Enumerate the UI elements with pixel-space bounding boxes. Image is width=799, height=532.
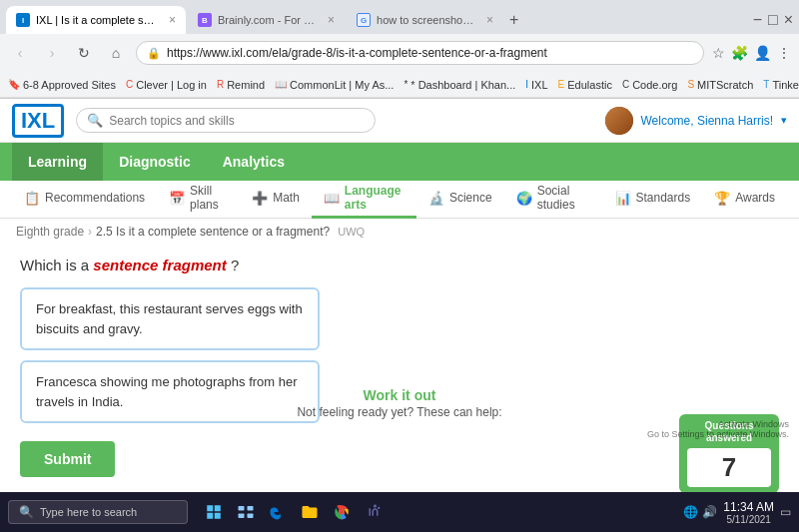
taskbar-teams-icon[interactable] [360, 498, 388, 526]
breadcrumb-grade[interactable]: Eighth grade [16, 225, 84, 239]
bookmark-codeorg[interactable]: C Code.org [622, 79, 678, 91]
search-box[interactable]: 🔍 [76, 108, 376, 133]
taskbar-windows-icon[interactable] [200, 498, 228, 526]
tab-social-studies[interactable]: 🌍 Social studies [504, 181, 603, 219]
bookmarks-bar: 🔖 6-8 Approved Sites C Clever | Log in R… [0, 72, 799, 98]
clock-date: 5/11/2021 [723, 514, 774, 525]
breadcrumb-skill: 2.5 Is it a complete sentence or a fragm… [96, 225, 330, 239]
question-suffix: ? [231, 257, 239, 273]
tab-awards[interactable]: 🏆 Awards [702, 181, 787, 219]
profile-icon[interactable]: 👤 [754, 45, 771, 61]
browser-controls: − □ × [753, 11, 793, 29]
bookmark-label: Tinkercad [772, 79, 799, 91]
taskbar: 🔍 Type here to search 🌐 🔊 11:34 AM 5/11/ [0, 492, 799, 532]
tab-standards[interactable]: 📊 Standards [603, 181, 703, 219]
tab-how[interactable]: G how to screenshot on windows... × [347, 6, 503, 34]
bookmark-label: Remind [227, 79, 265, 91]
url-bar[interactable]: 🔒 https://www.ixl.com/ela/grade-8/is-it-… [136, 41, 704, 65]
bookmark-edulastic[interactable]: E Edulastic [558, 79, 612, 91]
back-button[interactable]: ‹ [8, 45, 32, 61]
question-prefix: Which is a [20, 257, 89, 273]
home-button[interactable]: ⌂ [104, 45, 128, 61]
bookmark-clever[interactable]: C Clever | Log in [126, 79, 207, 91]
user-area: Welcome, Sienna Harris! ▾ [605, 107, 788, 135]
subject-tabs: 📋 Recommendations 📅 Skill plans ➕ Math 📖… [0, 181, 799, 219]
restore-button[interactable]: □ [768, 11, 778, 29]
taskbar-icons [200, 498, 388, 526]
bookmark-tinkercad[interactable]: T Tinkercad [763, 79, 799, 91]
address-bar-icons: ☆ 🧩 👤 ⋮ [712, 45, 791, 61]
work-it-out-subtitle: Not feeling ready yet? These can help: [10, 405, 789, 419]
taskbar-chrome-icon[interactable] [328, 498, 356, 526]
reload-button[interactable]: ↻ [72, 45, 96, 61]
tab-math[interactable]: ➕ Math [240, 181, 312, 219]
main-nav: Learning Diagnostic Analytics [0, 143, 799, 181]
work-it-out-title[interactable]: Work it out [10, 387, 789, 403]
taskbar-search-text: Type here to search [40, 506, 137, 518]
taskbar-file-explorer-icon[interactable] [296, 498, 324, 526]
skill-plans-icon: 📅 [169, 191, 185, 206]
new-tab-button[interactable]: + [509, 11, 518, 29]
search-input[interactable] [109, 114, 365, 128]
nav-diagnostic[interactable]: Diagnostic [103, 143, 207, 181]
search-icon: 🔍 [87, 113, 103, 128]
breadcrumb-separator: › [88, 225, 92, 239]
breadcrumb: Eighth grade › 2.5 Is it a complete sent… [0, 219, 799, 245]
tab-math-label: Math [273, 191, 300, 205]
tab-label-brainly: Brainly.com - For students. By st... [218, 14, 318, 26]
math-icon: ➕ [252, 191, 268, 206]
taskbar-search[interactable]: 🔍 Type here to search [8, 500, 188, 524]
breadcrumb-code: UWQ [338, 226, 365, 238]
bookmark-mitscratch[interactable]: S MITScratch [687, 79, 753, 91]
bookmark-dashboard[interactable]: * * Dashboard | Khan... [403, 79, 515, 91]
tab-skill-plans-label: Skill plans [190, 184, 228, 212]
tab-language-arts[interactable]: 📖 Language arts [312, 181, 416, 219]
tab-brainly[interactable]: B Brainly.com - For students. By st... × [188, 6, 345, 34]
answer-choice-1[interactable]: For breakfast, this restaurant serves eg… [20, 287, 320, 350]
ixl-logo[interactable]: IXL [12, 104, 64, 138]
show-desktop-icon[interactable]: ▭ [780, 505, 791, 519]
tab-skill-plans[interactable]: 📅 Skill plans [157, 181, 240, 219]
bookmark-commonlit[interactable]: 📖 CommonLit | My As... [275, 79, 394, 91]
bookmark-approved-sites[interactable]: 🔖 6-8 Approved Sites [8, 79, 116, 91]
social-studies-icon: 🌍 [516, 191, 532, 206]
recommendations-icon: 📋 [24, 191, 40, 206]
tab-close-brainly[interactable]: × [328, 13, 335, 27]
nav-analytics[interactable]: Analytics [207, 143, 301, 181]
network-icon: 🌐 [683, 505, 698, 519]
forward-button[interactable]: › [40, 45, 64, 61]
app-header: IXL 🔍 Welcome, Sienna Harris! ▾ [0, 99, 799, 143]
taskbar-edge-icon[interactable] [264, 498, 292, 526]
user-dropdown-icon[interactable]: ▾ [781, 114, 787, 127]
tab-close-how[interactable]: × [486, 13, 493, 27]
main-area: Which is a sentence fragment ? For break… [0, 245, 799, 489]
activation-line1: Activate Windows [647, 419, 789, 429]
tab-science-label: Science [449, 191, 492, 205]
tab-close-ixl[interactable]: × [169, 13, 176, 27]
close-button[interactable]: × [784, 11, 793, 29]
bookmark-label: IXL [531, 79, 548, 91]
bookmark-label: CommonLit | My As... [290, 79, 394, 91]
taskbar-right: 🌐 🔊 11:34 AM 5/11/2021 ▭ [683, 500, 791, 525]
bookmark-ixl[interactable]: I IXL [525, 79, 547, 91]
tab-favicon-ixl: I [16, 13, 30, 27]
bookmark-remind[interactable]: R Remind [217, 79, 265, 91]
menu-icon[interactable]: ⋮ [777, 45, 791, 61]
tab-favicon-how: G [357, 13, 371, 27]
tab-recommendations[interactable]: 📋 Recommendations [12, 181, 157, 219]
tab-language-arts-label: Language arts [345, 184, 404, 212]
nav-learning[interactable]: Learning [12, 143, 103, 181]
awards-icon: 🏆 [714, 191, 730, 206]
activation-notice: Activate Windows Go to Settings to activ… [647, 419, 789, 439]
extensions-icon[interactable]: 🧩 [731, 45, 748, 61]
tab-science[interactable]: 🔬 Science [416, 181, 504, 219]
tab-ixl[interactable]: I IXL | Is it a complete sentence o... × [6, 6, 186, 34]
clock: 11:34 AM 5/11/2021 [723, 500, 774, 525]
taskbar-task-view-icon[interactable] [232, 498, 260, 526]
science-icon: 🔬 [428, 191, 444, 206]
submit-button[interactable]: Submit [20, 441, 115, 477]
tab-social-studies-label: Social studies [537, 184, 591, 212]
star-icon[interactable]: ☆ [712, 45, 725, 61]
minimize-button[interactable]: − [753, 11, 762, 29]
user-name: Welcome, Sienna Harris! [641, 114, 774, 128]
